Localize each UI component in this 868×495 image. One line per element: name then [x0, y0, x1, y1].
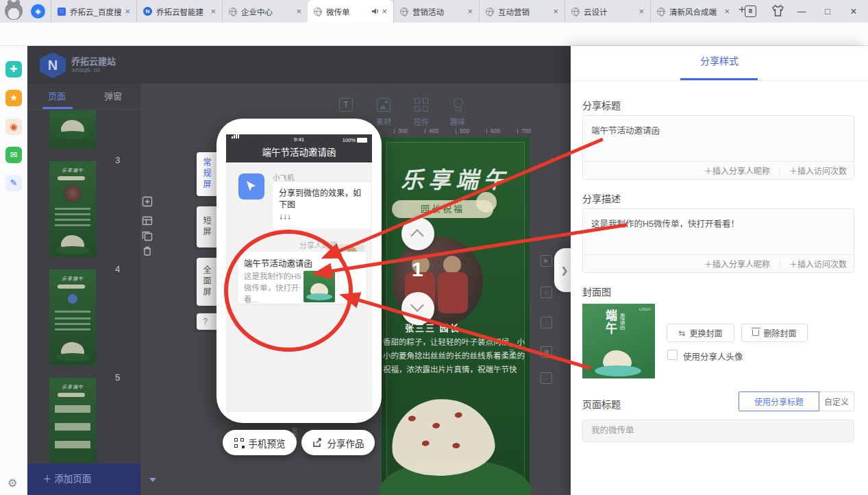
- share-desc-field[interactable]: 这是我制作的H5微传单，快打开看看！ ＋插入分享人昵称 ｜ ＋插入访问次数: [582, 208, 854, 273]
- share-preview-card[interactable]: 端午节活动邀请函 这是我制作的H5微传单，快打开看...: [238, 252, 366, 304]
- cover-image-preview[interactable]: LOGO 端午 邀请函: [582, 304, 655, 378]
- screen-tab-full[interactable]: 全面屏: [197, 258, 216, 306]
- tab-title: 清新风合成端: [669, 6, 722, 17]
- browser-app-icon[interactable]: ◈: [31, 4, 45, 19]
- page-thumbnail-5[interactable]: 乐享端午: [49, 378, 96, 463]
- window-maximize-button[interactable]: □: [819, 3, 836, 19]
- window-close-button[interactable]: ×: [845, 3, 863, 19]
- screen-tab-short[interactable]: 短屏: [197, 206, 216, 248]
- globe-icon: [400, 8, 408, 16]
- message-line1: 分享到微信的效果，如下图: [279, 189, 361, 210]
- toolbar-fun-button[interactable]: 趣味: [443, 98, 473, 127]
- tab-close-icon[interactable]: ×: [294, 6, 303, 16]
- insert-visits-link[interactable]: ＋插入访问次数: [789, 165, 847, 176]
- browser-tabstrip: ◈ ∷ 乔拓云_百度搜 × N 乔拓云智能建 × 企业中心 × 微传单 × 营销…: [0, 0, 868, 23]
- tab-close-icon[interactable]: ×: [722, 6, 732, 16]
- canvas-number-overlay: 1: [412, 258, 423, 281]
- use-avatar-checkbox[interactable]: [667, 350, 678, 360]
- share-title-field[interactable]: 端午节活动邀请函 ＋插入分享人昵称 ｜ ＋插入访问次数: [582, 115, 854, 180]
- phone-preview-button[interactable]: 手机预览: [223, 430, 297, 455]
- scroll-down-button[interactable]: [401, 292, 434, 325]
- tab-close-icon[interactable]: ×: [636, 6, 646, 16]
- cover-zongzi-shape: [603, 350, 632, 371]
- tab-title: 营销活动: [412, 6, 465, 17]
- tab-title: 乔拓云智能建: [156, 6, 208, 17]
- footer-separator: ｜: [776, 165, 784, 176]
- globe-icon: [571, 8, 580, 16]
- ruler-tick: 300: [398, 128, 408, 134]
- page-add-icon[interactable]: [142, 196, 153, 207]
- ruler-tick: 600: [491, 128, 500, 134]
- browser-tab-5[interactable]: 营销活动 ×: [393, 0, 479, 23]
- share-title-footer: ＋插入分享人昵称 ｜ ＋插入访问次数: [583, 161, 854, 179]
- sidebar-teal-plus-icon[interactable]: ✚: [5, 61, 22, 77]
- widgets-grid-icon: [414, 98, 428, 112]
- window-minimize-button[interactable]: —: [793, 3, 810, 19]
- phone-preview-label: 手机预览: [249, 436, 286, 450]
- screen-tab-help[interactable]: ?: [197, 313, 216, 330]
- scroll-up-button[interactable]: [401, 217, 434, 250]
- tab-favicon: N: [143, 7, 152, 16]
- use-share-title-option[interactable]: 使用分享标题: [739, 391, 819, 411]
- tab-close-icon[interactable]: ×: [465, 6, 475, 16]
- share-desc-footer: ＋插入分享人昵称 ｜ ＋插入访问次数: [583, 254, 854, 272]
- chat-message-bubble: 分享到微信的效果，如下图 ↓↓↓: [273, 182, 371, 228]
- insert-nickname-link[interactable]: ＋插入分享人昵称: [704, 165, 770, 176]
- tab-title: 互动营销: [498, 6, 551, 17]
- browser-logo-icon[interactable]: [5, 2, 23, 20]
- share-work-button[interactable]: 分享作品: [301, 430, 375, 455]
- insert-nickname-link[interactable]: ＋插入分享人昵称: [704, 258, 770, 269]
- add-page-button[interactable]: ＋ 添加页面: [27, 463, 140, 495]
- tab-close-icon[interactable]: ×: [551, 6, 560, 16]
- page-copy-icon[interactable]: [142, 230, 153, 241]
- insert-visits-link[interactable]: ＋插入访问次数: [789, 258, 847, 269]
- toolbar-widget-button[interactable]: 控件: [406, 98, 436, 127]
- screen-tab-normal[interactable]: 常规屏: [197, 152, 216, 196]
- page-title-input[interactable]: 我的微传单: [582, 420, 854, 442]
- page-thumbnail-4[interactable]: 乐享端午: [49, 269, 96, 365]
- audio-speaker-icon[interactable]: [372, 8, 380, 15]
- settings-gear-icon[interactable]: ⚙: [8, 476, 17, 490]
- toolbar-material-button[interactable]: 素材: [369, 98, 399, 127]
- browser-tab-6[interactable]: 互动营销 ×: [479, 0, 565, 23]
- phone-status-bar: 9:41 100%: [226, 135, 372, 144]
- share-desc-label: 分享描述: [582, 191, 621, 205]
- share-card-title: 端午节活动邀请函: [244, 256, 360, 269]
- waves-decoration: ≈≈≈: [509, 343, 513, 359]
- change-cover-button[interactable]: ⇆ 更换封面: [667, 324, 734, 342]
- add-page-label: ＋ 添加页面: [42, 474, 91, 484]
- sidebar-mail-icon[interactable]: ✉: [5, 147, 22, 163]
- tab-popups[interactable]: 弹窗: [85, 84, 141, 109]
- phone-page-title: 端午节活动邀请函: [226, 145, 372, 158]
- theme-shirt-icon[interactable]: [771, 5, 784, 19]
- page-thumbnail-2-partial[interactable]: [49, 110, 96, 149]
- page-thumbnail-3[interactable]: 乐享端午: [49, 161, 96, 257]
- globe-icon: [229, 8, 237, 16]
- page-title-label: 页面标题: [582, 397, 621, 411]
- delete-cover-button[interactable]: 删除封面: [741, 324, 808, 342]
- tab-count-badge[interactable]: 8: [745, 5, 756, 17]
- add-page-caret-icon[interactable]: [149, 478, 156, 482]
- browser-tab-7[interactable]: 云设计 ×: [565, 0, 650, 23]
- mascot-icon: [476, 192, 497, 213]
- application-window: ◈ ∷ 乔拓云_百度搜 × N 乔拓云智能建 × 企业中心 × 微传单 × 营销…: [0, 0, 868, 495]
- page-delete-icon[interactable]: [142, 245, 153, 256]
- tab-share-style[interactable]: 分享样式: [571, 53, 868, 67]
- browser-tab-2[interactable]: N 乔拓云智能建 ×: [136, 0, 222, 23]
- ruler-tick: 400: [429, 128, 438, 134]
- tab-close-icon[interactable]: ×: [208, 6, 218, 16]
- page-layout-icon[interactable]: [142, 215, 153, 226]
- sidebar-notes-icon[interactable]: ✎: [5, 175, 22, 191]
- browser-tab-8[interactable]: 清新风合成端 ×: [650, 0, 736, 23]
- browser-tab-1[interactable]: ∷ 乔拓云_百度搜 ×: [51, 0, 136, 23]
- custom-title-option[interactable]: 自定义: [819, 391, 854, 411]
- tab-close-icon[interactable]: ×: [123, 6, 132, 16]
- message-line2: ↓↓↓: [279, 212, 291, 221]
- sidebar-favorites-star-icon[interactable]: ★: [5, 90, 22, 106]
- tab-close-icon[interactable]: ×: [380, 6, 389, 16]
- sidebar-weibo-icon[interactable]: ◉: [5, 119, 22, 135]
- tab-pages[interactable]: 页面: [29, 84, 85, 109]
- browser-tab-4-active[interactable]: 微传单 ×: [308, 0, 393, 23]
- canvas-page[interactable]: 乐享端午 园长祝福 1 张三三 园长 香甜的粽子，让轻轻的叶子装点问候，小小的菱…: [382, 137, 530, 495]
- browser-tab-3[interactable]: 企业中心 ×: [222, 0, 308, 23]
